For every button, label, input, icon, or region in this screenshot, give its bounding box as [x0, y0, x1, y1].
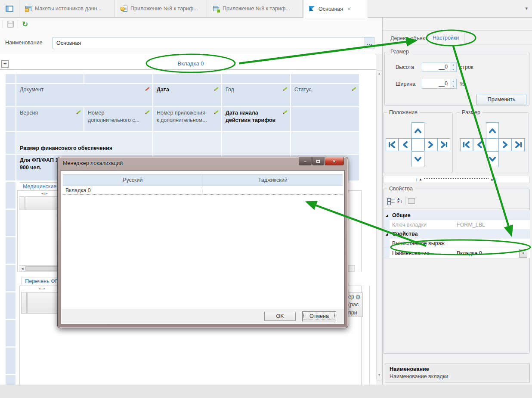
close-tab-icon[interactable]: ✕	[347, 6, 351, 12]
ok-button[interactable]: OK	[264, 312, 296, 321]
ruler-marker-icon[interactable]: ▲	[419, 177, 422, 181]
spin-buttons[interactable]: ▲▼	[450, 62, 457, 72]
height-value[interactable]: __0	[422, 62, 450, 72]
property-category-properties[interactable]: ◢ Свойства	[384, 229, 530, 239]
tab-overflow-caret-icon[interactable]: ▾	[525, 6, 528, 11]
property-row-computed-expression[interactable]: Вычисляемое выраж	[384, 239, 530, 248]
field-cell-addnum[interactable]: Номер дополнительного с...	[84, 107, 152, 131]
field-cell-tariffstart[interactable]: Дата начала действия тарифов	[222, 107, 290, 131]
save-icon[interactable]	[7, 21, 14, 28]
minimize-icon[interactable]: –	[299, 157, 312, 165]
expand-triangle-icon[interactable]: ◢	[384, 214, 390, 218]
file-tab-layouts[interactable]: Макеты источников данн...	[20, 0, 115, 17]
splitter-icon[interactable]: ◂|||▸	[39, 287, 46, 290]
tab-settings[interactable]: Настройки	[427, 32, 464, 44]
name-input[interactable]: Основная ...	[53, 37, 374, 49]
scroll-up-icon[interactable]: ▲	[377, 72, 382, 75]
expand-triangle-icon[interactable]: ◢	[384, 232, 390, 236]
grow-down-button[interactable]	[486, 151, 499, 167]
splitter-icon[interactable]: ◂|||▸	[41, 192, 48, 195]
grow-left-button[interactable]	[473, 138, 486, 151]
row-header[interactable]	[6, 320, 15, 346]
move-left-button[interactable]	[399, 138, 411, 151]
grow-up-button[interactable]	[486, 122, 499, 138]
field-cell-year[interactable]: Год	[222, 84, 290, 106]
margin-ruler[interactable]: | ▲ ▲ |	[383, 176, 529, 183]
row-header[interactable]	[6, 84, 15, 106]
move-far-right-button[interactable]	[437, 138, 450, 151]
spin-down-icon[interactable]: ▼	[450, 67, 456, 72]
apply-button[interactable]: Применить	[476, 94, 526, 105]
cell-russian[interactable]: Вкладка 0	[63, 186, 203, 194]
scroll-left-icon[interactable]: ◀	[19, 267, 25, 271]
grid-header-cell[interactable]	[16, 74, 84, 83]
field-cell-empty[interactable]	[291, 107, 359, 131]
add-page-button[interactable]: +	[1, 60, 9, 68]
designer-page-tab[interactable]: Вкладка 0	[151, 60, 231, 67]
file-tab-appendix8-b[interactable]: Приложение №8 к тариф...	[207, 0, 303, 17]
combo-dropdown-icon[interactable]: ▼	[519, 249, 527, 258]
field-cell-version[interactable]: Версия	[16, 107, 84, 131]
localization-row[interactable]: Вкладка 0	[63, 186, 343, 195]
move-far-left-button[interactable]	[386, 138, 399, 151]
height-stepper[interactable]: __0 ▲▼	[422, 62, 457, 72]
grid-header-cell[interactable]	[291, 74, 359, 83]
grid-cell[interactable]	[153, 132, 221, 154]
column-header-tajik[interactable]: Таджикский	[203, 174, 343, 186]
field-cell-date[interactable]: Дата	[153, 84, 221, 106]
file-tab-main-active[interactable]: Основная ✕	[303, 0, 368, 18]
row-header[interactable]	[6, 155, 15, 180]
grid-cell[interactable]	[222, 132, 290, 154]
subtab-fp-list[interactable]: Перечень ФП	[22, 277, 62, 285]
cancel-button[interactable]: Отмена	[302, 311, 336, 321]
property-row-tab-key[interactable]: Ключ вкладки FORM_LBL	[384, 220, 530, 229]
grow-far-left-button[interactable]	[460, 138, 473, 151]
row-header[interactable]	[6, 210, 15, 236]
grow-far-right-button[interactable]	[512, 138, 525, 151]
cell-tajik[interactable]	[203, 186, 343, 194]
width-value[interactable]: __0	[422, 79, 450, 89]
row-header[interactable]	[6, 292, 15, 319]
refresh-icon[interactable]: ↻	[22, 21, 28, 28]
field-cell-appendixnum[interactable]: Номер приложения к дополнительном...	[153, 107, 221, 131]
subtab-medical[interactable]: Медицинские	[20, 182, 59, 190]
grid-header-cell[interactable]	[153, 74, 221, 83]
file-tab-appendix8-a[interactable]: Приложение №8 к тариф...	[115, 0, 207, 17]
width-stepper[interactable]: __0 ▲▼	[422, 79, 457, 89]
column-header-russian[interactable]: Русский	[63, 174, 203, 186]
field-cell-document[interactable]: Документ	[16, 84, 152, 106]
close-dialog-icon[interactable]: ✕	[325, 157, 344, 165]
property-row-name[interactable]: Наименование Вкладка 0 ▼	[384, 248, 530, 258]
grid-header-cell[interactable]	[84, 74, 152, 83]
row-header[interactable]	[6, 182, 15, 208]
row-header[interactable]	[6, 132, 15, 154]
grid-header-cell[interactable]	[222, 74, 290, 83]
row-header[interactable]	[6, 375, 15, 385]
alphabetical-sort-icon[interactable]: AZ↓	[397, 198, 402, 204]
spin-up-icon[interactable]: ▲	[450, 62, 456, 67]
move-down-button[interactable]	[411, 151, 424, 167]
row-header[interactable]	[6, 237, 15, 264]
grid-cell[interactable]	[291, 132, 359, 154]
ruler-marker-icon[interactable]: ▲	[490, 177, 494, 181]
vertical-scrollbar[interactable]: ▲ ▼	[376, 70, 382, 380]
move-up-button[interactable]	[411, 122, 424, 138]
move-right-button[interactable]	[424, 138, 437, 151]
window-menu-button[interactable]	[0, 0, 19, 17]
spin-up-icon[interactable]: ▲	[450, 79, 456, 84]
ellipsis-button[interactable]: ...	[365, 37, 374, 49]
field-cell-status[interactable]: Статус	[291, 84, 359, 106]
row-header[interactable]	[6, 107, 15, 131]
row-header[interactable]	[6, 74, 15, 83]
spin-down-icon[interactable]: ▼	[450, 84, 456, 89]
spin-buttons[interactable]: ▲▼	[450, 79, 457, 89]
finance-caption-cell[interactable]: Размер финансового обеспечения	[16, 132, 152, 154]
grow-right-button[interactable]	[499, 138, 512, 151]
categorized-view-icon[interactable]	[387, 198, 395, 204]
row-header[interactable]	[6, 348, 15, 374]
maximize-icon[interactable]	[312, 157, 324, 165]
row-header[interactable]	[6, 265, 15, 291]
localization-table-header: Русский Таджикский	[63, 174, 343, 186]
scroll-down-icon[interactable]: ▼	[377, 373, 382, 376]
property-category-general[interactable]: ◢ Общие	[384, 211, 530, 220]
